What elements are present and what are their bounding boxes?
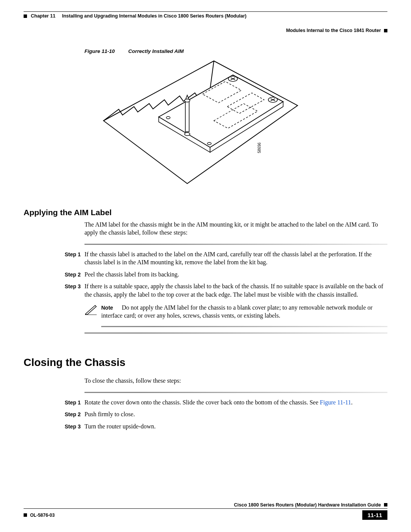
step-label: Step 1 [24,250,84,258]
step-body: If there is a suitable space, apply the … [84,282,387,299]
aim-board-illustration [100,58,301,187]
chapter-number: Chapter 11 [31,13,56,19]
subheading-apply-aim-label: Applying the AIM Label [24,208,387,217]
svg-point-11 [185,133,190,136]
page-footer: Cisco 1800 Series Routers (Modular) Hard… [24,502,387,520]
step-body: Rotate the cover down onto the chassis. … [84,398,387,407]
bullet-square-icon [24,513,27,517]
note-block: Note Do not apply the AIM label for the … [84,304,387,320]
svg-point-7 [207,142,211,145]
section1-intro: The AIM label for the chassis might be i… [84,221,387,237]
step-row: Step 3 If there is a suitable space, app… [24,282,387,299]
figure-title: Correctly Installed AIM [128,48,184,54]
step-row: Step 1 If the chassis label is attached … [24,250,387,267]
step-body: Peel the chassis label from its backing. [84,270,387,279]
svg-rect-12 [185,101,189,132]
step-label: Step 2 [24,270,84,278]
step-row: Step 1 Rotate the cover down onto the ch… [24,398,387,407]
divider-rule [84,332,387,334]
footer-guide-title: Cisco 1800 Series Routers (Modular) Hard… [234,502,381,508]
note-label: Note [101,304,120,312]
divider-rule [84,392,387,393]
step-label: Step 2 [24,410,84,418]
header-right: Modules Internal to the Cisco 1841 Route… [286,28,387,33]
chapter-title: Installing and Upgrading Internal Module… [62,13,247,19]
step-body: Push firmly to close. [84,410,387,419]
figure-caption: Figure 11-10 Correctly Installed AIM [84,48,387,54]
figure-illustration [100,58,387,189]
heading-closing-chassis: Closing the Chassis [24,356,387,369]
figure-label: Figure 11-10 [84,48,115,54]
step-label: Step 3 [24,282,84,290]
header-left: Chapter 11 Installing and Upgrading Inte… [24,13,247,19]
note-pencil-icon [84,304,101,316]
step-row: Step 2 Peel the chassis label from its b… [24,270,387,279]
bullet-square-icon [384,29,387,32]
bullet-square-icon [384,503,387,506]
page-number: 11-11 [362,510,387,520]
divider-rule [101,326,387,327]
section2-intro: To close the chassis, follow these steps… [84,377,387,385]
step-row: Step 3 Turn the router upside-down. [24,422,387,431]
bullet-square-icon [24,14,27,18]
footer-doc-id: OL-5876-03 [30,513,55,518]
step-body: Turn the router upside-down. [84,422,387,431]
figure-link[interactable]: Figure 11-11 [320,399,351,406]
step-label: Step 3 [24,422,84,430]
svg-point-13 [185,99,190,102]
step-label: Step 1 [24,398,84,406]
divider-rule [84,244,387,245]
figure-art-number: 58696 [257,142,261,153]
section-title: Modules Internal to the Cisco 1841 Route… [286,28,381,33]
note-body: Do not apply the AIM label for the chass… [101,304,373,319]
step-body: If the chassis label is attached to the … [84,250,387,267]
step-row: Step 2 Push firmly to close. [24,410,387,419]
svg-point-6 [166,117,170,119]
